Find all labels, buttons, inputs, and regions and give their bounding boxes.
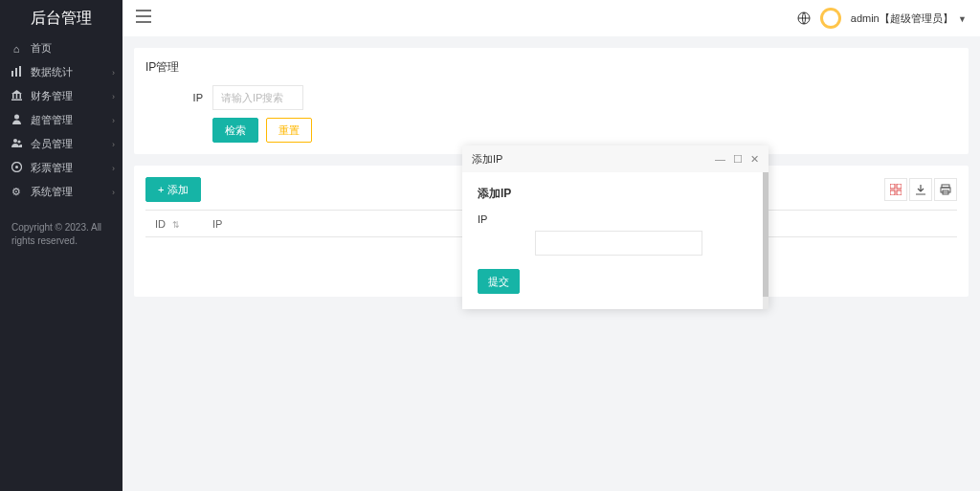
reset-button[interactable]: 重置: [266, 118, 312, 143]
sidebar-item-label: 会员管理: [31, 137, 73, 151]
svg-rect-13: [890, 184, 895, 189]
svg-rect-2: [19, 66, 21, 77]
svg-point-8: [13, 139, 17, 143]
ip-search-input[interactable]: [212, 85, 303, 110]
minimize-icon[interactable]: —: [715, 153, 725, 166]
menu-toggle-icon[interactable]: [136, 10, 151, 27]
modal-scroll-thumb[interactable]: [763, 172, 768, 297]
language-icon[interactable]: [797, 11, 811, 25]
chevron-right-icon: ›: [112, 164, 115, 173]
sidebar-item-label: 数据统计: [31, 65, 73, 79]
modal-titlebar[interactable]: 添加IP — ☐ ✕: [462, 145, 768, 172]
home-icon: ⌂: [10, 43, 23, 55]
chevron-right-icon: ›: [112, 140, 115, 149]
sidebar-item-4[interactable]: 会员管理›: [0, 132, 122, 156]
plus-icon: +: [158, 184, 164, 195]
modal-scroll-track[interactable]: [763, 172, 768, 309]
add-ip-modal: 添加IP — ☐ ✕ 添加IP IP 提交: [462, 145, 768, 309]
sidebar-item-0[interactable]: ⌂首页: [0, 36, 122, 60]
system-icon: ⚙: [10, 186, 23, 198]
svg-rect-16: [897, 190, 902, 195]
add-button[interactable]: +添加: [145, 177, 201, 202]
sidebar-item-2[interactable]: 财务管理›: [0, 84, 122, 108]
page-title: IP管理: [145, 59, 957, 76]
filter-columns-button[interactable]: [884, 178, 907, 201]
finance-icon: [10, 90, 23, 102]
sidebar-item-label: 首页: [31, 41, 52, 56]
modal-title: 添加IP: [472, 152, 502, 167]
search-card: IP管理 IP 检索 重置: [134, 48, 969, 154]
ip-search-label: IP: [145, 92, 203, 103]
svg-rect-1: [15, 68, 17, 77]
sidebar-item-5[interactable]: 彩票管理›: [0, 156, 122, 180]
print-button[interactable]: [934, 178, 957, 201]
modal-inner-title: 添加IP: [478, 186, 753, 202]
modal-ip-label: IP: [478, 213, 753, 225]
svg-rect-5: [19, 94, 21, 99]
chevron-right-icon: ›: [112, 116, 115, 125]
user-label: admin【超级管理员】: [851, 12, 953, 24]
sidebar: 后台管理 ⌂首页数据统计›财务管理›超管管理›会员管理›彩票管理›⚙系统管理› …: [0, 0, 122, 491]
svg-rect-0: [11, 71, 13, 77]
lottery-icon: [10, 162, 23, 174]
svg-point-11: [15, 166, 18, 168]
stats-icon: [10, 66, 23, 78]
app-logo: 后台管理: [0, 0, 122, 36]
user-dropdown[interactable]: admin【超级管理员】 ▼: [851, 11, 967, 26]
top-header: admin【超级管理员】 ▼: [122, 0, 980, 36]
svg-point-7: [14, 115, 19, 120]
sidebar-item-label: 财务管理: [31, 89, 73, 103]
svg-rect-6: [11, 100, 22, 101]
super-icon: [10, 114, 23, 126]
column-id[interactable]: ID ⇅: [145, 211, 203, 237]
sidebar-item-label: 彩票管理: [31, 161, 73, 175]
submit-button[interactable]: 提交: [478, 269, 520, 294]
caret-down-icon: ▼: [958, 14, 967, 24]
export-button[interactable]: [909, 178, 932, 201]
avatar[interactable]: [820, 8, 841, 29]
svg-rect-15: [890, 190, 895, 195]
modal-ip-input[interactable]: [535, 231, 702, 256]
svg-rect-3: [12, 94, 14, 99]
chevron-right-icon: ›: [112, 92, 115, 101]
maximize-icon[interactable]: ☐: [733, 153, 743, 166]
svg-rect-14: [897, 184, 902, 189]
sidebar-menu: ⌂首页数据统计›财务管理›超管管理›会员管理›彩票管理›⚙系统管理›: [0, 36, 122, 204]
close-icon[interactable]: ✕: [750, 153, 759, 166]
sidebar-item-label: 超管管理: [31, 113, 73, 127]
sidebar-item-label: 系统管理: [31, 185, 73, 199]
copyright-text: Copyright © 2023. All rights reserved.: [0, 212, 122, 257]
chevron-right-icon: ›: [112, 188, 115, 197]
sidebar-item-3[interactable]: 超管管理›: [0, 108, 122, 132]
sidebar-item-1[interactable]: 数据统计›: [0, 60, 122, 84]
member-icon: [10, 138, 23, 150]
svg-rect-4: [15, 94, 17, 99]
sidebar-item-6[interactable]: ⚙系统管理›: [0, 180, 122, 204]
svg-point-9: [17, 140, 20, 143]
chevron-right-icon: ›: [112, 68, 115, 78]
search-button[interactable]: 检索: [212, 118, 258, 143]
sort-icon: ⇅: [172, 220, 180, 230]
